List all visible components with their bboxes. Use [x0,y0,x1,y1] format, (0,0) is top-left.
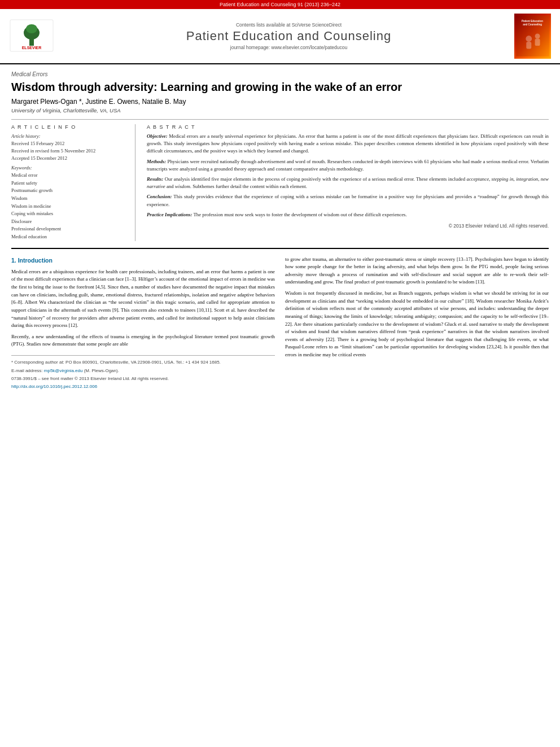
keywords-label: Keywords: [11,165,127,171]
keywords-list: Medical errorPatient safetyPosttraumatic… [11,172,127,241]
objective-label: Objective: [147,133,168,139]
keyword-item: Medical education [11,233,127,241]
svg-text:and Counseling: and Counseling [523,23,542,26]
received-1: Received 15 February 2012 [11,140,127,147]
footnote-issn: 0738-3991/$ – see front matter © 2013 El… [11,375,275,382]
abstract-methods: Methods: Physicians were recruited natio… [147,158,549,173]
keyword-item: Patient safety [11,180,127,187]
received-2: Received in revised form 5 November 2012 [11,147,127,155]
results-text-pre: Our analysis identified five major eleme… [147,176,549,189]
abstract-results: Results: Our analysis identified five ma… [147,176,549,190]
keyword-item: Posttraumatic growth [11,187,127,195]
elsevier-logo: ELSEVIER [9,19,54,54]
section-label: Medical Errors [11,71,549,77]
keyword-item: Wisdom in medicine [11,203,127,211]
svg-text:Patient Education: Patient Education [522,20,543,23]
footnote-email-link[interactable]: mp5k@virginia.edu [44,368,83,373]
footnote-doi: http://dx.doi.org/10.1016/j.pec.2012.12.… [11,383,275,390]
authors: Margaret Plews-Ogan *, Justine E. Owens,… [11,98,549,106]
keyword-item: Professional development [11,225,127,233]
body-paragraph: to grow after trauma, an alternative to … [285,256,549,287]
results-label: Results: [147,176,163,182]
svg-rect-11 [535,39,540,46]
journal-reference-bar: Patient Education and Counseling 91 (201… [0,0,560,9]
conclusion-text: This study provides evidence that the ex… [147,194,549,207]
journal-homepage: journal homepage: www.elsevier.com/locat… [63,45,514,50]
keyword-item: Wisdom [11,195,127,203]
body-left-column: 1. Introduction Medical errors are a ubi… [11,256,275,392]
accepted: Accepted 15 December 2012 [11,155,127,162]
affiliation: University of Virginia, Charlottesville,… [11,107,549,113]
footnote-corresponding: * Corresponding author at: PO Box 800901… [11,359,275,366]
footnote-doi-link[interactable]: http://dx.doi.org/10.1016/j.pec.2012.12.… [11,384,97,389]
keyword-item: Coping with mistakes [11,210,127,218]
body-paragraph: Recently, a new understanding of the eff… [11,333,275,348]
abstract-conclusion: Conclusion: This study provides evidence… [147,193,549,208]
article-title: Wisdom through adversity: Learning and g… [11,80,549,94]
content-area: Medical Errors Wisdom through adversity:… [0,64,560,399]
footnote-email-suffix: (M. Plews-Ogan). [84,368,119,373]
svg-point-9 [535,34,540,39]
header-divider [11,119,549,120]
article-info-column: A R T I C L E I N F O Article history: R… [11,124,135,241]
body-paragraph: Wisdom is not frequently discussed in me… [285,290,549,359]
body-divider [11,248,549,249]
copyright-line: © 2013 Elsevier Ireland Ltd. All rights … [147,223,549,229]
svg-point-8 [526,36,532,42]
body-paragraph: Medical errors are a ubiquitous experien… [11,268,275,330]
abstract-practice: Practice Implications: The profession mu… [147,211,549,219]
journal-reference-text: Patient Education and Counseling 91 (201… [220,2,340,7]
journal-title: Patient Education and Counseling [63,29,514,43]
body-columns: 1. Introduction Medical errors are a ubi… [11,256,549,392]
conclusion-label: Conclusion: [147,194,172,199]
abstract-objective: Objective: Medical errors are a nearly u… [147,133,549,155]
svg-text:ELSEVIER: ELSEVIER [22,46,42,50]
practice-label: Practice Implications: [147,212,192,217]
section1-heading: 1. Introduction [11,256,275,265]
footnote-email: E-mail address: mp5k@virginia.edu (M. Pl… [11,368,275,374]
abstract-text: Objective: Medical errors are a nearly u… [147,133,549,219]
article-info-abstract-columns: A R T I C L E I N F O Article history: R… [11,124,549,241]
article-info-title: A R T I C L E I N F O [11,124,127,130]
sciverse-line: Contents lists available at SciVerse Sci… [63,22,514,28]
abstract-title: A B S T R A C T [147,124,549,130]
abstract-column: A B S T R A C T Objective: Medical error… [147,124,549,241]
body-right-column: to grow after trauma, an alternative to … [285,256,549,392]
keyword-item: Disclosure [11,218,127,226]
journal-cover-image: Patient Education and Counseling [514,14,551,59]
footnotes-area: * Corresponding author at: PO Box 800901… [11,355,275,391]
methods-label: Methods: [147,159,166,164]
svg-rect-10 [526,42,531,49]
article-history-label: Article history: [11,133,127,139]
journal-header: ELSEVIER Contents lists available at Sci… [0,9,560,64]
svg-point-3 [26,24,37,33]
keyword-item: Medical error [11,172,127,180]
practice-text: The profession must now seek ways to fos… [193,212,406,217]
journal-header-center: Contents lists available at SciVerse Sci… [63,22,514,50]
methods-text: Physicians were recruited nationally thr… [147,159,549,172]
objective-text: Medical errors are a nearly universal ex… [147,133,549,154]
body-left-paragraphs: Medical errors are a ubiquitous experien… [11,268,275,348]
body-right-paragraphs: to grow after trauma, an alternative to … [285,256,549,359]
